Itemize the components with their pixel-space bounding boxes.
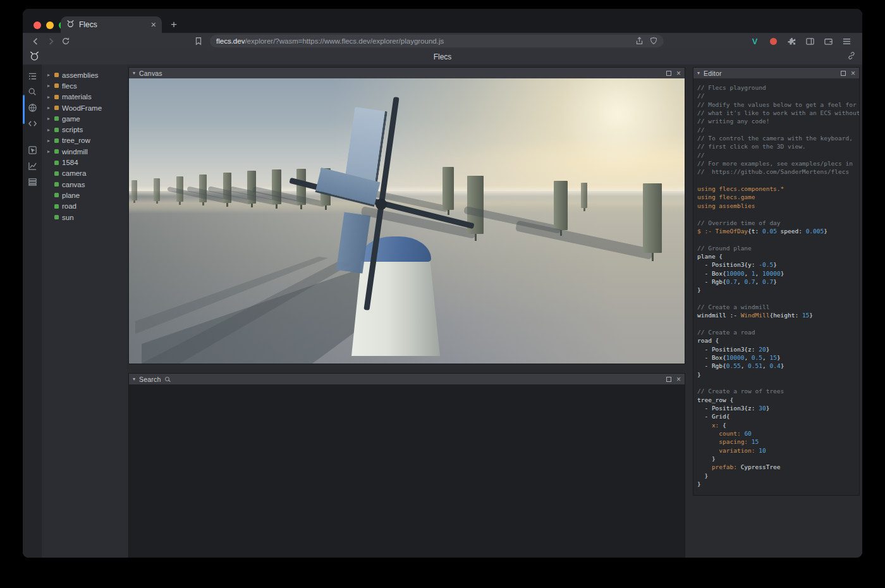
code-line: plane {	[697, 252, 859, 260]
scene-tree	[643, 183, 662, 253]
canvas-3d-viewport[interactable]	[129, 78, 685, 364]
code-line: // Modify the values below to get a feel…	[697, 101, 859, 109]
expand-triangle-icon[interactable]: ▸	[46, 116, 51, 121]
collapse-chevron-icon[interactable]: ▾	[697, 70, 700, 76]
tree-item-label: windmill	[62, 148, 88, 156]
tree-item-WoodFrame[interactable]: ▸WoodFrame	[42, 102, 127, 113]
fullscreen-icon[interactable]	[841, 71, 846, 76]
tree-item-flecs[interactable]: ▸flecs	[42, 80, 127, 91]
entity-tree-icon[interactable]	[26, 71, 39, 81]
expand-triangle-icon[interactable]: ▸	[46, 83, 51, 89]
tree-item-scripts[interactable]: ▸scripts	[42, 124, 127, 135]
tree-item-materials[interactable]: ▸materials	[42, 92, 127, 102]
tree-item-game[interactable]: ▸game	[42, 113, 127, 124]
close-panel-icon[interactable]: ×	[676, 70, 681, 77]
code-line: //	[697, 151, 859, 159]
code-line: // Create a windmill	[697, 303, 859, 311]
world-canvas-icon[interactable]	[26, 102, 39, 113]
expand-triangle-icon[interactable]: ▸	[46, 94, 51, 100]
entity-tree-panel: ▸assemblies▸flecs▸materials▸WoodFrame▸ga…	[42, 64, 127, 558]
expand-triangle-icon[interactable]: ▸	[46, 138, 51, 144]
back-icon[interactable]	[29, 35, 42, 47]
search-results-area[interactable]	[129, 384, 685, 557]
code-line: // To control the camera with the keyboa…	[697, 134, 859, 142]
code-line: prefab: CypressTree	[697, 463, 859, 471]
code-line: // https://github.com/SanderMertens/flec…	[697, 168, 859, 176]
search-icon[interactable]	[26, 87, 39, 97]
share-link-icon[interactable]	[847, 51, 856, 63]
url-bar[interactable]: flecs.dev/explorer/?wasm=https://www.fle…	[210, 35, 664, 47]
code-line: // Override time of day	[697, 219, 859, 227]
code-editor[interactable]: // Flecs playground//// Modify the value…	[693, 78, 859, 495]
collapse-chevron-icon[interactable]: ▾	[133, 376, 135, 382]
close-panel-icon[interactable]: ×	[676, 376, 681, 383]
tree-item-1584[interactable]: 1584	[42, 157, 127, 168]
flecs-logo-icon[interactable]	[29, 51, 40, 64]
code-line: - Position3{z: 20}	[697, 345, 859, 353]
tree-item-label: game	[62, 115, 80, 123]
extension-red-icon[interactable]	[767, 35, 779, 47]
fullscreen-icon[interactable]	[666, 377, 671, 382]
code-line: // Ground plane	[697, 244, 859, 252]
tree-item-plane[interactable]: plane	[42, 190, 127, 200]
search-panel-title: Search	[139, 376, 161, 383]
code-line: // what it's like to work with an ECS wi…	[697, 109, 859, 117]
tree-item-tree_row[interactable]: ▸tree_row	[42, 135, 127, 146]
editor-column: ▾ Editor × // Flecs playground//// Modif…	[689, 64, 862, 558]
close-panel-icon[interactable]: ×	[851, 70, 855, 77]
tree-item-label: canvas	[62, 181, 85, 188]
tree-item-camera[interactable]: camera	[42, 168, 127, 179]
tree-item-windmill[interactable]: ▸windmill	[42, 146, 127, 157]
wallet-icon[interactable]	[822, 35, 834, 47]
code-line: tree_row {	[697, 396, 859, 404]
entity-color-swatch	[54, 116, 59, 121]
expand-triangle-icon[interactable]: ▸	[46, 105, 51, 111]
code-line: - Position3{z: 30}	[697, 404, 859, 412]
scene-tree-trunk	[251, 204, 253, 207]
page-title: Flecs	[23, 52, 862, 61]
brave-shield-icon[interactable]	[650, 37, 657, 46]
code-line: road {	[697, 336, 859, 345]
code-line: // Create a road	[697, 328, 859, 336]
inspector-icon[interactable]	[26, 145, 39, 155]
tree-item-road[interactable]: road	[42, 201, 127, 212]
browser-tab[interactable]: Flecs ×	[61, 16, 162, 33]
stats-chart-icon[interactable]	[26, 161, 39, 171]
code-line	[697, 379, 859, 387]
editor-panel-title: Editor	[704, 70, 722, 77]
new-tab-button[interactable]: +	[167, 18, 181, 32]
reload-icon[interactable]	[59, 35, 72, 47]
code-line: }	[697, 480, 859, 488]
scene-tree-trunk	[202, 202, 204, 205]
forward-icon[interactable]	[44, 35, 57, 47]
tab-close-icon[interactable]: ×	[151, 20, 156, 29]
active-panel-indicator	[23, 95, 25, 124]
share-icon[interactable]	[635, 37, 644, 46]
menu-hamburger-icon[interactable]	[841, 35, 852, 47]
minimize-window-button[interactable]	[46, 21, 54, 29]
tree-item-canvas[interactable]: canvas	[42, 179, 127, 190]
queries-table-icon[interactable]	[26, 176, 39, 187]
close-window-button[interactable]	[34, 21, 41, 29]
code-line: - Rgb{0.55, 0.51, 0.4}	[697, 362, 859, 370]
scene-tree-trunk	[448, 210, 449, 215]
scene-tree	[131, 180, 137, 200]
code-line: // Create a row of trees	[697, 387, 859, 395]
reading-list-icon[interactable]	[192, 35, 205, 47]
side-panel-icon[interactable]	[804, 35, 815, 47]
tree-item-sun[interactable]: sun	[42, 212, 127, 223]
code-line: using flecs.components.*	[697, 185, 859, 193]
puzzle-extensions-icon[interactable]	[786, 35, 797, 47]
code-editor-icon[interactable]	[26, 118, 39, 128]
tree-item-assemblies[interactable]: ▸assemblies	[42, 70, 127, 80]
expand-triangle-icon[interactable]: ▸	[46, 72, 51, 78]
collapse-chevron-icon[interactable]: ▾	[133, 70, 135, 76]
code-line: // Flecs playground	[697, 83, 859, 92]
fullscreen-icon[interactable]	[666, 71, 671, 76]
scene-blade-hub	[375, 199, 387, 210]
tree-item-label: materials	[62, 93, 92, 101]
expand-triangle-icon[interactable]: ▸	[46, 127, 51, 133]
vimium-extension-icon[interactable]: V	[749, 35, 760, 47]
expand-triangle-icon[interactable]: ▸	[46, 149, 51, 154]
code-line: //	[697, 92, 859, 100]
